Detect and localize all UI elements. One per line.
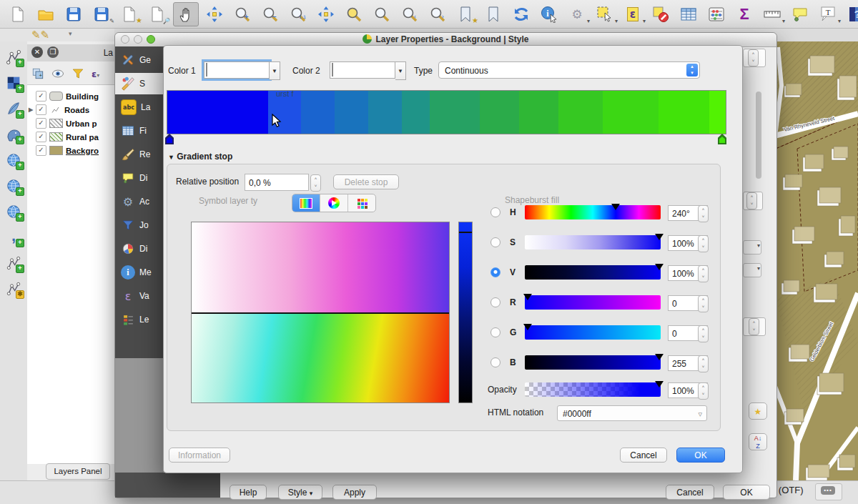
stepper-icon[interactable]: ˄˅	[749, 318, 759, 335]
sidebar-item-metadata[interactable]: iMe	[115, 262, 164, 283]
expression-filter-icon[interactable]: ε▾	[92, 69, 99, 79]
radio-b[interactable]	[490, 357, 500, 367]
filter-legend-icon[interactable]	[72, 67, 84, 80]
style-menu-button[interactable]: Style ▾	[278, 485, 322, 500]
field-calculator-button[interactable]	[704, 3, 729, 26]
color2-dropdown-icon[interactable]: ▼	[395, 61, 406, 80]
sidebar-item-fields[interactable]: Fi	[115, 120, 164, 142]
stepper-icon[interactable]: ˄˅	[698, 265, 709, 282]
add-wms-layer-button[interactable]: +	[3, 176, 24, 196]
relative-position-input[interactable]: 0,0 %	[245, 174, 309, 191]
open-project-button[interactable]	[34, 3, 58, 26]
zoom-last-button[interactable]: ‹	[398, 3, 422, 26]
pan-map-button[interactable]	[173, 2, 199, 26]
add-postgis-layer-button[interactable]: +	[3, 124, 24, 144]
new-print-layout-button[interactable]: ★	[117, 3, 142, 26]
dialog-ok-button[interactable]: OK	[723, 485, 770, 500]
sidebar-item-style[interactable]: S	[115, 73, 164, 94]
radio-s[interactable]	[490, 237, 500, 247]
layer-row-rural[interactable]: ✓ Rural pa	[27, 130, 114, 144]
sidebar-item-joins[interactable]: Jo	[115, 214, 164, 236]
dialog-cancel-button[interactable]: Cancel	[666, 485, 714, 500]
layer-row-background[interactable]: ✓ Backgro	[27, 144, 114, 157]
zoom-in-button[interactable]: +	[230, 3, 255, 26]
sidebar-item-display[interactable]: Di	[115, 167, 164, 189]
slider-handle-icon[interactable]	[655, 381, 664, 387]
zoom-full-button[interactable]	[314, 3, 338, 26]
checkbox-icon[interactable]: ✓	[36, 145, 46, 156]
layer-row-roads[interactable]: ▶ ✓ Roads	[27, 103, 114, 117]
pan-to-selection-button[interactable]	[202, 3, 227, 26]
color1-dropdown-icon[interactable]: ▼	[270, 61, 280, 80]
new-geopackage-layer-button[interactable]: +	[3, 253, 24, 273]
sidebar-item-rendering[interactable]: Re	[115, 144, 164, 165]
save-project-as-button[interactable]: ✎	[89, 3, 114, 26]
layers-panel-tab[interactable]: Layers Panel	[46, 463, 110, 480]
tab-color-swatches[interactable]	[348, 194, 375, 212]
add-delimited-text-layer-button[interactable]: +	[3, 227, 24, 247]
slider-handle-icon[interactable]	[523, 324, 532, 330]
radio-v[interactable]	[490, 267, 500, 277]
sidebar-item-legend[interactable]: Le	[115, 309, 164, 330]
apply-button[interactable]: Apply	[332, 485, 377, 500]
add-wcs-layer-button[interactable]: +	[3, 202, 24, 222]
slider-handle-icon[interactable]	[655, 234, 664, 240]
delete-stop-button[interactable]: Delete stop	[333, 174, 399, 189]
hidden-dropdown[interactable]	[743, 240, 761, 255]
new-bookmark-button[interactable]: ★	[453, 3, 478, 26]
refresh-button[interactable]	[509, 3, 533, 26]
checkbox-icon[interactable]: ✓	[36, 132, 46, 142]
checkbox-icon[interactable]: ✓	[36, 91, 46, 102]
stepper-icon[interactable]: ˄˅	[698, 355, 709, 372]
stepper-icon[interactable]: ˄˅	[698, 295, 709, 312]
color1-swatch[interactable]	[204, 61, 270, 79]
gradient-stop-end[interactable]	[718, 134, 726, 144]
h-slider[interactable]	[525, 205, 661, 219]
gradient-preview[interactable]: urst f	[167, 90, 726, 134]
s-slider[interactable]	[525, 235, 661, 249]
stepper-icon[interactable]: ˄˅	[698, 325, 709, 342]
dialog-scrollbar[interactable]	[756, 92, 761, 179]
help-button[interactable]	[844, 3, 858, 26]
checkbox-icon[interactable]: ✓	[36, 104, 46, 115]
zoom-out-button[interactable]: −	[258, 3, 282, 26]
run-feature-action-button[interactable]: ⚙▾	[565, 3, 589, 26]
close-panel-icon[interactable]: ✕	[31, 46, 43, 58]
v-slider[interactable]	[525, 265, 661, 280]
add-vector-layer-button[interactable]: +	[3, 47, 24, 67]
stepper-icon[interactable]: ˄˅	[698, 382, 709, 400]
zoom-next-button[interactable]: ›	[425, 3, 450, 26]
layout-manager-button[interactable]: 🔎	[145, 3, 169, 26]
map-canvas[interactable]: Van Rhyneveld Street Gelderblom Street	[776, 41, 858, 480]
add-group-icon[interactable]	[31, 67, 44, 80]
select-by-expression-button[interactable]: ε▾	[621, 3, 645, 26]
sidebar-item-diagrams[interactable]: Di	[115, 238, 164, 260]
sidebar-item-actions[interactable]: ⚙Ac	[115, 191, 164, 212]
color2-swatch[interactable]	[330, 61, 395, 79]
picker-ok-button[interactable]: OK	[676, 448, 725, 463]
zoom-to-selection-button[interactable]	[342, 3, 366, 26]
gradient-stop-start[interactable]	[165, 134, 174, 144]
html-notation-input[interactable]: #0000ff	[557, 405, 707, 421]
float-panel-icon[interactable]: ❐	[47, 46, 59, 58]
select-features-button[interactable]: ▾	[593, 3, 617, 26]
new-shapefile-layer-button[interactable]: ✱	[3, 279, 24, 299]
radio-g[interactable]	[490, 327, 500, 337]
value-slider-vertical[interactable]	[458, 222, 473, 403]
sidebar-item-variables[interactable]: εVa	[115, 285, 164, 307]
picker-cancel-button[interactable]: Cancel	[620, 448, 667, 463]
checkbox-icon[interactable]: ✓	[36, 118, 46, 129]
show-bookmarks-button[interactable]	[481, 3, 506, 26]
open-attribute-table-button[interactable]	[676, 3, 701, 26]
slider-handle-icon[interactable]	[611, 204, 620, 210]
radio-h[interactable]	[490, 207, 500, 217]
opacity-slider[interactable]	[525, 382, 661, 397]
add-spatialite-layer-button[interactable]: +	[3, 99, 24, 119]
slider-handle-icon[interactable]	[655, 354, 664, 360]
new-project-button[interactable]	[6, 3, 30, 26]
sidebar-item-general[interactable]: Ge	[115, 49, 164, 71]
layer-row-building[interactable]: ✓ Building	[27, 89, 114, 103]
help-button[interactable]: Help	[230, 485, 267, 500]
slider-handle-icon[interactable]	[655, 264, 664, 270]
g-slider[interactable]	[525, 325, 661, 340]
